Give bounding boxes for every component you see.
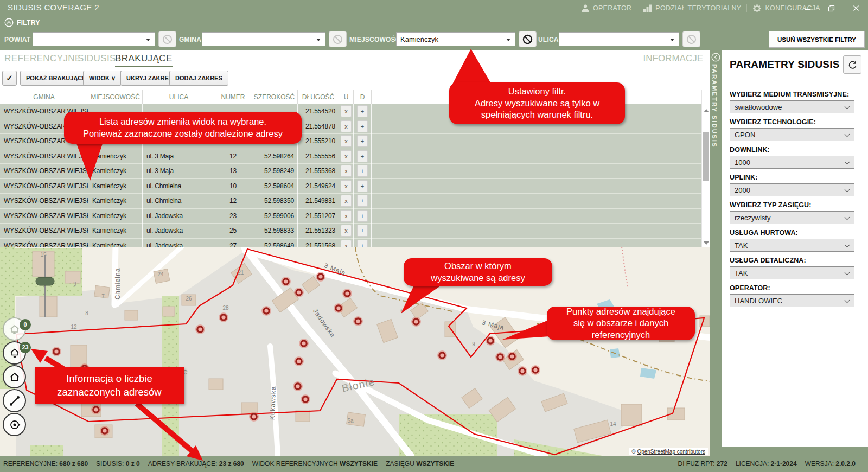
powiat-combobox[interactable]: [33, 32, 155, 46]
row-add-button[interactable]: +: [357, 150, 368, 162]
table-row[interactable]: WYSZKÓW-OBSZAR WIEJSKIKamieńczykul. Chmi…: [0, 194, 701, 209]
scroll-up-icon[interactable]: [704, 109, 709, 112]
map-attribution[interactable]: © OpenStreetMap contributors: [629, 448, 708, 455]
address-point[interactable]: [509, 354, 515, 359]
address-point[interactable]: [355, 318, 361, 324]
address-point[interactable]: [336, 305, 341, 311]
miejscowosc-clear-button[interactable]: [519, 31, 537, 47]
address-point[interactable]: [520, 368, 525, 374]
row-add-button[interactable]: +: [357, 195, 368, 207]
table-row[interactable]: WYSZKÓW-OBSZAR WIEJSKIKamieńczykul. 3 Ma…: [0, 149, 701, 164]
table-row[interactable]: WYSZKÓW-OBSZAR WIEJSKIKamieńczykul. Jado…: [0, 239, 701, 247]
row-add-button[interactable]: +: [357, 225, 368, 237]
map[interactable]: ChmielnaJadowskaKukawska3 Maja3 MajaBłon…: [0, 247, 710, 456]
filters-toggle[interactable]: FILTRY: [4, 18, 40, 27]
address-point[interactable]: [54, 349, 59, 354]
address-point[interactable]: [197, 327, 203, 332]
address-point[interactable]: [344, 291, 350, 296]
close-button[interactable]: [844, 0, 868, 16]
collapse-panel-icon[interactable]: [711, 53, 720, 62]
home-extent-button[interactable]: [3, 365, 26, 388]
column-header[interactable]: SZEROKOŚĆ: [251, 90, 298, 104]
address-point[interactable]: [497, 354, 503, 360]
column-header[interactable]: NUMER: [215, 90, 251, 104]
miejscowosc-combobox[interactable]: Kamieńczyk: [396, 32, 515, 46]
view-dropdown-button[interactable]: WIDOK ∨: [83, 71, 122, 86]
powiat-clear-button[interactable]: [158, 31, 176, 47]
minimize-button[interactable]: [795, 0, 819, 16]
column-header[interactable]: MIEJSCOWOŚĆ: [88, 90, 143, 104]
param-select[interactable]: TAK: [730, 239, 854, 252]
column-header[interactable]: D: [354, 90, 372, 104]
address-point[interactable]: [296, 290, 302, 295]
column-header[interactable]: ULICA: [143, 90, 215, 104]
address-point[interactable]: [264, 308, 269, 314]
row-remove-button[interactable]: x: [341, 210, 352, 222]
param-select[interactable]: 1000: [730, 156, 854, 169]
address-point[interactable]: [283, 279, 289, 284]
gmina-combobox[interactable]: [202, 32, 326, 46]
address-point[interactable]: [413, 319, 419, 324]
zoom-slider-handle[interactable]: [36, 277, 54, 285]
row-add-button[interactable]: +: [357, 240, 368, 247]
osm-link[interactable]: OpenStreetMap contributors: [637, 449, 705, 455]
row-remove-button[interactable]: x: [341, 150, 352, 162]
column-header[interactable]: DŁUGOŚĆ: [298, 90, 339, 104]
address-point[interactable]: [488, 338, 493, 343]
row-remove-button[interactable]: x: [341, 180, 352, 192]
add-range-button[interactable]: DODAJ ZAKRES: [169, 71, 228, 86]
tab-referencyjne[interactable]: REFERENCYJNE: [4, 53, 81, 64]
column-header[interactable]: GMINA: [0, 90, 88, 104]
address-point[interactable]: [295, 384, 301, 389]
measure-button[interactable]: [3, 389, 26, 412]
params-panel-strip[interactable]: PARAMETRY SIDUSIS: [710, 50, 722, 456]
address-point[interactable]: [221, 315, 226, 320]
table-row[interactable]: WYSZKÓW-OBSZAR WIEJSKIKamieńczykul. Chmi…: [0, 179, 701, 194]
scrollbar-thumb[interactable]: [703, 132, 709, 181]
row-remove-button[interactable]: x: [341, 120, 352, 132]
address-point[interactable]: [303, 397, 308, 402]
address-point[interactable]: [301, 341, 307, 346]
address-point[interactable]: [533, 367, 538, 373]
select-all-checkbox[interactable]: ✓: [2, 71, 17, 86]
row-remove-button[interactable]: x: [341, 195, 352, 207]
param-select[interactable]: 2000: [730, 183, 854, 196]
address-point[interactable]: [251, 414, 257, 419]
row-add-button[interactable]: +: [357, 105, 368, 117]
address-point[interactable]: [439, 353, 445, 358]
param-select[interactable]: światłowodowe: [730, 100, 854, 113]
address-point[interactable]: [93, 407, 99, 412]
row-add-button[interactable]: +: [357, 135, 368, 147]
param-select[interactable]: rzeczywisty: [730, 211, 854, 224]
row-remove-button[interactable]: x: [341, 165, 352, 177]
row-remove-button[interactable]: x: [341, 105, 352, 117]
scroll-down-icon[interactable]: [704, 241, 709, 245]
table-scrollbar[interactable]: [701, 90, 710, 247]
row-add-button[interactable]: +: [357, 180, 368, 192]
menu-podzial-terytorialny[interactable]: PODZIAŁ TERYTORIALNY: [643, 4, 741, 12]
address-point[interactable]: [102, 428, 107, 433]
tab-brakujace[interactable]: BRAKUJĄCE: [115, 53, 173, 67]
param-select[interactable]: HANDLOWIEC: [730, 294, 854, 307]
tab-informacje[interactable]: INFORMACJE: [643, 53, 704, 64]
table-row[interactable]: WYSZKÓW-OBSZAR WIEJSKIKamieńczykul. Jado…: [0, 209, 701, 224]
address-point[interactable]: [318, 274, 323, 279]
address-point[interactable]: [296, 359, 302, 364]
row-add-button[interactable]: +: [357, 165, 368, 177]
row-remove-button[interactable]: x: [341, 225, 352, 237]
ulica-combobox[interactable]: [559, 32, 679, 46]
row-remove-button[interactable]: x: [341, 135, 352, 147]
remove-all-filters-button[interactable]: USUŃ WSZYSTKIE FILTRY: [769, 31, 865, 48]
table-row[interactable]: WYSZKÓW-OBSZAR WIEJSKIKamieńczykul. 3 Ma…: [0, 164, 701, 179]
refresh-button[interactable]: [843, 55, 861, 74]
row-add-button[interactable]: +: [357, 210, 368, 222]
gmina-clear-button[interactable]: [329, 31, 347, 47]
table-row[interactable]: WYSZKÓW-OBSZAR WIEJSKIKamieńczykul. Jado…: [0, 224, 701, 239]
param-select[interactable]: TAK: [730, 266, 854, 279]
show-missing-button[interactable]: POKAŻ BRAKUJĄCE: [20, 71, 92, 86]
menu-operator[interactable]: OPERATOR: [581, 4, 631, 12]
param-select[interactable]: GPON: [730, 128, 854, 141]
tab-sidusis[interactable]: SIDUSIS: [78, 53, 116, 64]
row-add-button[interactable]: +: [357, 120, 368, 132]
restore-button[interactable]: [819, 0, 844, 16]
